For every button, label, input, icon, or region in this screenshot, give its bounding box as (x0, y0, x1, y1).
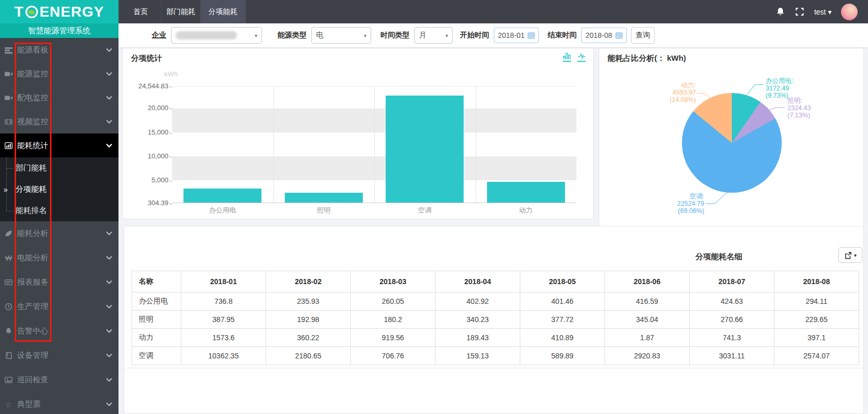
export-button[interactable]: ▾ (838, 247, 862, 263)
cell: 589.89 (520, 347, 605, 365)
newspaper-icon (4, 278, 13, 286)
col-header: 2018-02 (266, 271, 351, 292)
x-tick: 照明 (273, 206, 375, 215)
sidebar-subitem-department-energy[interactable]: 部门能耗 (0, 157, 119, 179)
subitem-energy-table: 名称 2018-01 2018-02 2018-03 2018-04 2018-… (131, 271, 859, 365)
bar-chart-type-icon[interactable] (563, 52, 571, 62)
sidebar-item-alarm-center[interactable]: 告警中心 (0, 319, 119, 343)
sidebar-item-electric-analysis[interactable]: ₩ 电能分析 (0, 246, 119, 270)
cell: 706.76 (351, 347, 436, 365)
sidebar-item-energy-analysis[interactable]: 能耗分析 (0, 221, 119, 246)
leaf-icon (4, 230, 13, 237)
energy-type-value: 电 (316, 31, 323, 40)
bar-power (487, 182, 565, 203)
sidebar-item-label: 电能分析 (17, 253, 106, 263)
bar-slot (374, 87, 476, 203)
cell: 919.56 (351, 329, 436, 347)
chevron-down-icon (106, 46, 112, 55)
cell: 1573.6 (181, 329, 266, 347)
pie-label-line: 3172.49 (766, 85, 793, 92)
sidebar-item-device-management[interactable]: 设备管理 (0, 343, 119, 368)
chevron-down-icon (106, 302, 112, 311)
line-chart-type-icon[interactable] (577, 52, 586, 62)
bar-card-title: 分项统计 (131, 54, 162, 63)
star-icon: ☆ (4, 401, 13, 408)
sidebar-item-power-distribution-monitor[interactable]: 配电监控 (0, 86, 119, 110)
user-menu[interactable]: test ▾ (814, 8, 832, 16)
cell: 360.22 (266, 329, 351, 347)
y-axis-unit: kWh (164, 70, 178, 78)
sidebar-item-label: 设备管理 (17, 351, 106, 360)
company-label: 企业 (152, 31, 166, 40)
sidebar-subitem-label: 能耗排名 (16, 206, 47, 216)
end-date-input[interactable]: 2018-08 (581, 28, 626, 43)
sidebar-item-video-monitor[interactable]: 视频监控 (0, 110, 119, 133)
pie-label-power: 动力: 4593.97 (14.08%) (650, 82, 696, 103)
col-header: 2018-01 (181, 271, 266, 292)
bar-lighting (285, 193, 363, 203)
pie-label-line: 照明: (787, 97, 811, 104)
cell: 345.04 (605, 311, 690, 329)
sidebar-subitem-energy-ranking[interactable]: 能耗排名 (0, 200, 119, 221)
video-camera-icon (4, 94, 13, 102)
sidebar-item-production-management[interactable]: 生产管理 (0, 295, 119, 319)
sidebar-item-report-service[interactable]: 报表服务 (0, 270, 119, 295)
x-axis-labels: 办公用电 照明 空调 动力 (172, 206, 576, 215)
avatar[interactable] (841, 4, 858, 20)
time-type-select[interactable]: 月 ▾ (414, 27, 453, 44)
sidebar-item-label: 报表服务 (17, 277, 106, 287)
chevron-down-icon (106, 70, 112, 78)
pie-label-line: 动力: (650, 82, 696, 89)
tab-home[interactable]: 首页 (120, 0, 161, 23)
chevron-down-icon (106, 278, 112, 287)
cell: 189.43 (436, 329, 520, 347)
sidebar-item-label: 典型票 (17, 399, 106, 409)
app-logo: T ENERGY (0, 0, 119, 23)
col-header: 名称 (132, 271, 181, 292)
chart-type-toggle (563, 52, 586, 62)
bar-office-electricity (183, 189, 261, 203)
table-row: 空调 10362.35 2180.65 706.76 159.13 589.89… (132, 347, 859, 365)
double-arrow-icon: » (4, 185, 8, 194)
energy-type-label: 能源类型 (278, 31, 307, 40)
fullscreen-icon[interactable] (795, 7, 805, 17)
y-tick: 10,000 (123, 152, 168, 160)
logo-text-energy: ENERGY (40, 4, 104, 20)
leaf-logo-icon (25, 6, 38, 18)
sidebar-submenu-energy-statistics: 部门能耗 » 分项能耗 能耗排名 (0, 157, 119, 221)
col-header: 2018-07 (690, 271, 774, 292)
bar-slot (476, 87, 577, 203)
start-date-input[interactable]: 2018-01 (494, 28, 539, 43)
sidebar-item-energy-monitor[interactable]: 能源监控 (0, 62, 119, 86)
company-select[interactable]: ▾ (171, 27, 262, 44)
bar-chart-icon (4, 142, 13, 150)
x-tick: 空调 (374, 206, 476, 215)
nav-tabs: 首页 部门能耗 分项能耗 (120, 0, 246, 23)
sidebar-item-patrol-inspection[interactable]: 巡回检查 (0, 368, 119, 392)
pie-label-line: (14.08%) (650, 96, 696, 103)
detail-table-card: 分项能耗名细 ▾ 名称 2018-01 2018-02 2018-03 2018… (124, 226, 864, 414)
cell: 416.59 (605, 292, 690, 311)
cell: 229.65 (774, 311, 859, 329)
chevron-down-icon (106, 229, 112, 238)
y-tick: 5,000 (123, 176, 168, 184)
sidebar-item-typical-ticket[interactable]: ☆ 典型票 (0, 392, 119, 414)
tab-department-energy[interactable]: 部门能耗 (161, 0, 200, 23)
sidebar-subitem-subitem-energy[interactable]: » 分项能耗 (0, 179, 119, 200)
table-title: 分项能耗名细 (695, 252, 742, 262)
cell: 235.93 (266, 292, 351, 311)
col-header: 2018-08 (774, 271, 859, 292)
divider (124, 368, 863, 368)
tab-subitem-energy[interactable]: 分项能耗 (200, 0, 246, 23)
query-button[interactable]: 查询 (631, 27, 655, 44)
sidebar-item-energy-statistics[interactable]: 能耗统计 (0, 133, 119, 157)
cell: 387.95 (181, 311, 266, 329)
cell: 736.8 (181, 292, 266, 311)
energy-type-select[interactable]: 电 ▾ (311, 27, 371, 44)
cell: 741.3 (690, 329, 774, 347)
sidebar-item-label: 能耗统计 (17, 141, 106, 151)
pie-label-line: 办公用电: (766, 77, 793, 85)
sidebar-subitem-label: 分项能耗 (16, 184, 47, 194)
notification-bell-icon[interactable] (775, 7, 785, 17)
sidebar-item-energy-board[interactable]: 能源看板 (0, 38, 119, 62)
